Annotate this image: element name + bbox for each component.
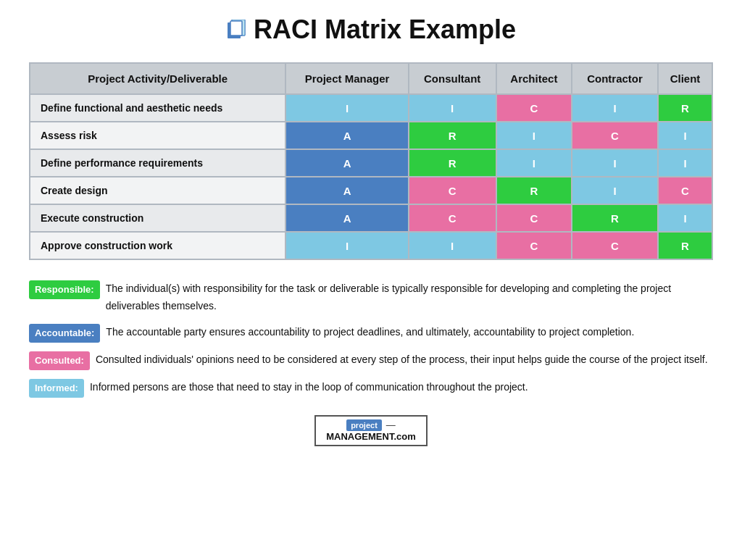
footer-top: project — bbox=[326, 419, 416, 431]
legend-text-2: Consulted individuals' opinions need to … bbox=[96, 351, 713, 369]
footer-box: project — MANAGEMENT.com bbox=[314, 415, 428, 446]
raci-cell-r1-c4: I bbox=[658, 122, 712, 149]
table-header-row: Project Activity/Deliverable Project Man… bbox=[30, 63, 712, 94]
raci-cell-r3-c1: C bbox=[409, 177, 496, 204]
raci-cell-r0-c4: R bbox=[658, 94, 712, 122]
table-row: Create designACRIC bbox=[30, 177, 712, 204]
header-activity: Project Activity/Deliverable bbox=[30, 63, 285, 94]
raci-cell-r0-c1: I bbox=[409, 94, 496, 122]
legend-text-3: Informed persons are those that need to … bbox=[90, 379, 713, 396]
raci-cell-r5-c2: C bbox=[496, 232, 572, 259]
header-consultant: Consultant bbox=[409, 63, 496, 94]
header-contractor: Contractor bbox=[572, 63, 658, 94]
raci-cell-r0-c3: I bbox=[572, 94, 658, 122]
activity-cell-3: Create design bbox=[30, 177, 285, 204]
raci-cell-r1-c0: A bbox=[285, 122, 408, 149]
raci-cell-r3-c3: I bbox=[572, 177, 658, 204]
legend-text-0: The individual(s) with responsibility fo… bbox=[106, 280, 713, 315]
legend-item-1: Accountable:The accountable party ensure… bbox=[29, 324, 713, 343]
raci-cell-r4-c2: C bbox=[496, 204, 572, 232]
activity-cell-2: Define performance requirements bbox=[30, 149, 285, 177]
table-row: Assess riskARICI bbox=[30, 122, 712, 149]
raci-cell-r2-c0: A bbox=[285, 149, 408, 177]
footer-dash: — bbox=[386, 419, 396, 430]
legend-item-2: Consulted:Consulted individuals' opinion… bbox=[29, 351, 713, 370]
raci-cell-r1-c1: R bbox=[409, 122, 496, 149]
raci-cell-r2-c4: I bbox=[658, 149, 712, 177]
activity-cell-5: Approve construction work bbox=[30, 232, 285, 259]
title-area: RACI Matrix Example bbox=[29, 14, 713, 45]
footer: project — MANAGEMENT.com bbox=[29, 415, 713, 446]
document-icon bbox=[226, 20, 246, 40]
raci-cell-r0-c2: C bbox=[496, 94, 572, 122]
footer-management-label: MANAGEMENT.com bbox=[326, 431, 416, 442]
raci-cell-r4-c0: A bbox=[285, 204, 408, 232]
raci-cell-r1-c3: C bbox=[572, 122, 658, 149]
svg-rect-3 bbox=[230, 21, 242, 35]
raci-cell-r4-c1: C bbox=[409, 204, 496, 232]
raci-cell-r3-c2: R bbox=[496, 177, 572, 204]
raci-cell-r2-c3: I bbox=[572, 149, 658, 177]
activity-cell-4: Execute construction bbox=[30, 204, 285, 232]
raci-cell-r5-c3: C bbox=[572, 232, 658, 259]
legend-item-0: Responsible:The individual(s) with respo… bbox=[29, 280, 713, 315]
table-row: Execute constructionACCRI bbox=[30, 204, 712, 232]
raci-cell-r1-c2: I bbox=[496, 122, 572, 149]
activity-cell-1: Assess risk bbox=[30, 122, 285, 149]
raci-matrix-table: Project Activity/Deliverable Project Man… bbox=[29, 62, 713, 260]
raci-cell-r3-c4: C bbox=[658, 177, 712, 204]
table-row: Define functional and aesthetic needsIIC… bbox=[30, 94, 712, 122]
header-client: Client bbox=[658, 63, 712, 94]
raci-cell-r5-c1: I bbox=[409, 232, 496, 259]
raci-cell-r0-c0: I bbox=[285, 94, 408, 122]
legend-badge-1: Accountable: bbox=[29, 324, 100, 343]
legend-section: Responsible:The individual(s) with respo… bbox=[29, 280, 713, 398]
header-architect: Architect bbox=[496, 63, 572, 94]
page-title: RACI Matrix Example bbox=[254, 14, 516, 45]
footer-project-label: project bbox=[346, 419, 382, 431]
legend-badge-3: Informed: bbox=[29, 379, 84, 398]
activity-cell-0: Define functional and aesthetic needs bbox=[30, 94, 285, 122]
legend-badge-2: Consulted: bbox=[29, 351, 90, 370]
raci-cell-r2-c1: R bbox=[409, 149, 496, 177]
legend-badge-0: Responsible: bbox=[29, 280, 100, 299]
raci-cell-r3-c0: A bbox=[285, 177, 408, 204]
table-row: Approve construction workIICCR bbox=[30, 232, 712, 259]
legend-text-1: The accountable party ensures accountabi… bbox=[106, 324, 713, 341]
raci-cell-r4-c4: I bbox=[658, 204, 712, 232]
raci-cell-r2-c2: I bbox=[496, 149, 572, 177]
raci-cell-r5-c4: R bbox=[658, 232, 712, 259]
header-project-manager: Project Manager bbox=[285, 63, 408, 94]
table-row: Define performance requirementsARIII bbox=[30, 149, 712, 177]
raci-cell-r4-c3: R bbox=[572, 204, 658, 232]
legend-item-3: Informed:Informed persons are those that… bbox=[29, 379, 713, 398]
raci-cell-r5-c0: I bbox=[285, 232, 408, 259]
